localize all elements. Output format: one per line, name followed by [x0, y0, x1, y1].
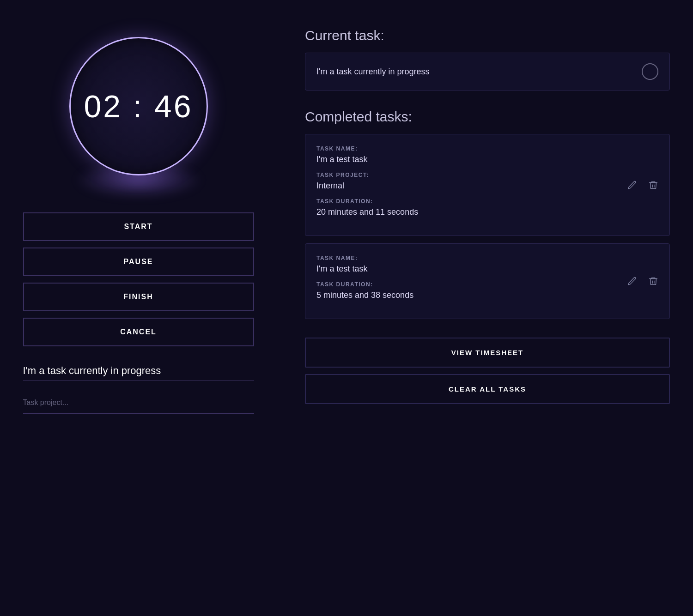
task-card-2: TASK NAME: I'm a test task TASK DURATION… — [305, 243, 670, 319]
task-1-project-label: TASK PROJECT: — [316, 172, 658, 178]
status-circle-icon — [642, 63, 658, 80]
bottom-buttons: VIEW TIMESHEET CLEAR ALL TASKS — [305, 338, 670, 404]
task-1-duration-label: TASK DURATION: — [316, 198, 658, 205]
control-buttons: START PAUSE FINISH CANCEL — [23, 212, 254, 346]
task-2-name-label: TASK NAME: — [316, 255, 658, 261]
clock-container: 02 : 46 — [60, 28, 217, 185]
task-1-edit-button[interactable] — [625, 178, 639, 192]
task-2-delete-button[interactable] — [646, 274, 660, 288]
pause-button[interactable]: PAUSE — [23, 248, 254, 276]
left-panel: 02 : 46 START PAUSE FINISH CANCEL I'm a … — [0, 0, 277, 616]
current-task-text: I'm a task currently in progress — [316, 67, 430, 77]
task-card-1: TASK NAME: I'm a test task TASK PROJECT:… — [305, 134, 670, 236]
task-2-edit-button[interactable] — [625, 274, 639, 288]
task-1-delete-button[interactable] — [646, 178, 660, 192]
clock-circle: 02 : 46 — [69, 37, 208, 175]
current-task-label: Current task: — [305, 28, 670, 43]
start-button[interactable]: START — [23, 212, 254, 241]
task-1-duration-value: 20 minutes and 11 seconds — [316, 207, 658, 217]
task-2-name-value: I'm a test task — [316, 264, 658, 274]
task-2-duration-label: TASK DURATION: — [316, 281, 658, 288]
current-task-card: I'm a task currently in progress — [305, 53, 670, 91]
task-1-icons — [625, 178, 660, 192]
finish-button[interactable]: FINISH — [23, 283, 254, 311]
view-timesheet-button[interactable]: VIEW TIMESHEET — [305, 338, 670, 368]
task-input-section: I'm a task currently in progress — [23, 365, 254, 414]
task-project-input[interactable] — [23, 392, 254, 414]
cancel-button[interactable]: CANCEL — [23, 318, 254, 346]
task-1-name-value: I'm a test task — [316, 155, 658, 164]
task-2-duration-value: 5 minutes and 38 seconds — [316, 290, 658, 300]
clock-time: 02 : 46 — [84, 88, 193, 124]
clear-all-tasks-button[interactable]: CLEAR ALL TASKS — [305, 374, 670, 404]
task-name-display: I'm a task currently in progress — [23, 365, 254, 381]
task-2-icons — [625, 274, 660, 288]
right-panel: Current task: I'm a task currently in pr… — [277, 0, 693, 616]
task-1-project-value: Internal — [316, 181, 658, 191]
task-1-name-label: TASK NAME: — [316, 145, 658, 152]
completed-tasks-label: Completed tasks: — [305, 109, 670, 125]
